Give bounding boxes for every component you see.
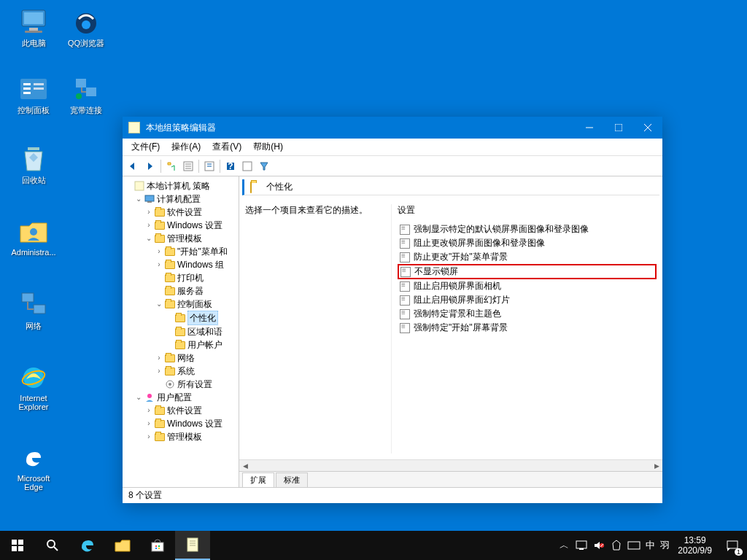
recycle-icon: [19, 144, 48, 174]
menu-help[interactable]: 帮助(H): [247, 139, 289, 155]
setting-item[interactable]: 防止更改"开始"菜单背景: [398, 250, 657, 264]
policy-icon: [133, 181, 145, 191]
tree-item[interactable]: ›Windows 设置: [144, 219, 237, 232]
tree-item[interactable]: 服务器: [155, 284, 237, 298]
svg-rect-51: [187, 538, 198, 551]
setting-label: 阻止更改锁屏界面图像和登录图像: [414, 237, 545, 249]
tab-extended[interactable]: 扩展: [242, 472, 274, 487]
up-button[interactable]: [163, 158, 179, 174]
tree-personalization[interactable]: 个性化: [165, 311, 237, 325]
tree-root[interactable]: 本地计算机 策略: [124, 179, 237, 192]
tray-volume-icon[interactable]: [590, 531, 608, 560]
taskbar-store[interactable]: [140, 531, 175, 560]
setting-item[interactable]: 阻止更改锁屏界面图像和登录图像: [398, 236, 657, 250]
search-button[interactable]: [35, 531, 70, 560]
menu-view[interactable]: 查看(V): [206, 139, 247, 155]
setting-item[interactable]: 强制特定"开始"屏幕背景: [398, 321, 657, 335]
gear-icon: [164, 379, 176, 389]
desktop-icon-label: Administra...: [11, 248, 55, 257]
horizontal-scrollbar[interactable]: ◀ ▶: [239, 459, 662, 471]
tray-ime-lang[interactable]: 中: [643, 531, 657, 560]
setting-item[interactable]: 阻止启用锁屏界面相机: [398, 279, 657, 293]
scroll-right-icon[interactable]: ▶: [651, 460, 662, 472]
tree-item[interactable]: ›管理模板: [144, 430, 237, 443]
svg-rect-62: [727, 541, 738, 548]
minimize-button[interactable]: [575, 117, 604, 139]
desktop-icon-pc[interactable]: 此电脑: [7, 7, 60, 49]
setting-item[interactable]: 阻止启用锁屏界面幻灯片: [398, 293, 657, 307]
desktop-icon-label: Microsoft Edge: [7, 474, 60, 491]
tray-notifications[interactable]: 1: [718, 531, 747, 560]
tray-app-icon[interactable]: [608, 531, 625, 560]
settings-list[interactable]: 设置 强制显示特定的默认锁屏界面图像和登录图像阻止更改锁屏界面图像和登录图像防止…: [391, 204, 657, 454]
taskbar-explorer[interactable]: [105, 531, 140, 560]
desktop-icon-recycle[interactable]: 回收站: [7, 144, 60, 186]
tree-item[interactable]: ›Windows 设置: [144, 417, 237, 430]
properties-button[interactable]: [180, 158, 196, 174]
tree-item[interactable]: 所有设置: [155, 378, 237, 391]
userfolder-icon: [19, 217, 48, 246]
desktop-icon-edge[interactable]: Microsoft Edge: [7, 443, 60, 491]
tree-item[interactable]: ›"开始"菜单和: [155, 245, 237, 258]
menu-action[interactable]: 操作(A): [166, 139, 206, 155]
tree-item[interactable]: ›软件设置: [144, 404, 237, 417]
tree-item[interactable]: ›软件设置: [144, 206, 237, 219]
desktop-icon-cpanel[interactable]: 控制面板: [7, 74, 60, 116]
tree-pane[interactable]: 本地计算机 策略 ⌄计算机配置 ›软件设置 ›Windows 设置 ⌄管理模板 …: [123, 176, 239, 487]
forward-button[interactable]: [142, 158, 158, 174]
tree-item[interactable]: ›网络: [155, 351, 237, 365]
menu-file[interactable]: 文件(F): [125, 139, 166, 155]
view-tabs: 扩展 标准: [239, 471, 662, 487]
desktop-icon-dialup[interactable]: 宽带连接: [60, 74, 112, 116]
svg-point-44: [47, 540, 55, 548]
refresh-button[interactable]: [239, 158, 255, 174]
filter-button[interactable]: [256, 158, 272, 174]
tab-standard[interactable]: 标准: [276, 472, 308, 487]
help-button[interactable]: ?: [222, 158, 239, 174]
titlebar[interactable]: 本地组策略编辑器: [123, 117, 662, 139]
svg-rect-23: [615, 124, 622, 131]
svg-rect-17: [22, 293, 34, 302]
tree-cpanel[interactable]: ⌄控制面板: [155, 298, 237, 311]
tree-item[interactable]: ›系统: [155, 365, 237, 378]
tree-user-config[interactable]: ⌄用户配置: [134, 391, 237, 404]
tray-network-icon[interactable]: [573, 531, 590, 560]
description-text: 选择一个项目来查看它的描述。: [245, 204, 385, 217]
tree-item[interactable]: ›Windows 组: [155, 258, 237, 271]
maximize-button[interactable]: [604, 117, 633, 139]
svg-rect-34: [135, 182, 144, 190]
scroll-left-icon[interactable]: ◀: [239, 460, 251, 472]
setting-label: 不显示锁屏: [414, 265, 458, 278]
desktop-icon-ie[interactable]: Internet Explorer: [7, 363, 60, 411]
setting-item[interactable]: 强制特定背景和主题色: [398, 307, 657, 321]
desktop-icon-label: 控制面板: [18, 105, 50, 116]
folder-icon: [175, 328, 185, 336]
start-button[interactable]: [0, 531, 35, 560]
tree-admin-templates[interactable]: ⌄管理模板: [144, 232, 237, 245]
taskbar-edge[interactable]: [70, 531, 105, 560]
tree-item[interactable]: 打印机: [155, 271, 237, 284]
back-button[interactable]: [125, 158, 142, 174]
export-button[interactable]: [201, 158, 217, 174]
close-button[interactable]: [633, 117, 662, 139]
tray-keyboard-icon[interactable]: [625, 531, 643, 560]
folder-icon: [155, 209, 165, 217]
list-header: 设置: [398, 204, 657, 219]
folder-icon: [175, 341, 185, 349]
tray-clock[interactable]: 13:59 2020/9/9: [672, 535, 718, 556]
folder-icon: [155, 407, 165, 415]
tray-ime-mode[interactable]: 羽: [657, 531, 672, 560]
tree-item[interactable]: 用户帐户: [165, 338, 237, 351]
tree-computer-config[interactable]: ⌄计算机配置: [134, 192, 237, 206]
desktop-icon-network[interactable]: 网络: [7, 290, 60, 332]
desktop-icon-qqbrowser[interactable]: QQ浏览器: [60, 7, 112, 49]
taskbar-gpedit[interactable]: [175, 531, 210, 560]
tray-chevron-up-icon[interactable]: ︿: [555, 531, 573, 560]
setting-icon: [399, 308, 411, 320]
setting-item[interactable]: 强制显示特定的默认锁屏界面图像和登录图像: [398, 222, 657, 236]
desktop-icon-userfolder[interactable]: Administra...: [7, 217, 60, 257]
svg-rect-9: [23, 88, 31, 90]
setting-item[interactable]: 不显示锁屏: [398, 264, 657, 279]
tree-item[interactable]: 区域和语: [165, 325, 237, 338]
svg-rect-50: [158, 548, 160, 549]
